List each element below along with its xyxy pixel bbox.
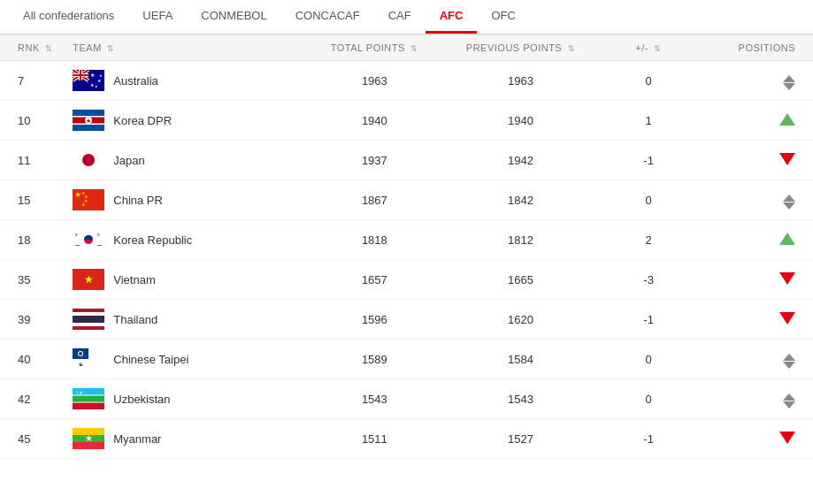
cell-team: ☯ Chinese Taipei <box>64 340 301 379</box>
cell-prev-points: 1942 <box>448 141 594 180</box>
cell-position <box>703 220 813 260</box>
cell-diff: -1 <box>594 419 703 459</box>
conf-tab-ofc[interactable]: OFC <box>477 0 529 34</box>
flag-mya: ★ <box>73 428 104 449</box>
cell-prev-points: 1665 <box>448 260 594 300</box>
position-down-icon <box>779 431 795 444</box>
cell-rnk: 42 <box>0 379 64 419</box>
cell-rnk: 39 <box>0 300 64 340</box>
team-name: Chinese Taipei <box>113 353 188 366</box>
cell-total-points: 1596 <box>302 300 448 340</box>
svg-text:★: ★ <box>90 73 95 78</box>
svg-rect-39 <box>73 312 104 316</box>
cell-rnk: 11 <box>0 141 64 180</box>
cell-total-points: 1937 <box>302 141 448 180</box>
cell-prev-points: 1584 <box>448 340 594 379</box>
col-header-prev-points[interactable]: PREVIOUS POINTS ⇅ <box>448 35 594 61</box>
cell-position <box>703 340 813 379</box>
table-row: 15 ★ ★ ★ ★ ★ China PR 1867 1842 0 <box>0 180 813 220</box>
position-up-icon <box>779 233 795 245</box>
table-row: 39 Thailand 1596 1620 -1 <box>0 300 813 340</box>
svg-text:★: ★ <box>99 73 103 78</box>
cell-total-points: 1511 <box>302 419 448 459</box>
conf-tab-all[interactable]: All confederations <box>9 0 128 34</box>
cell-diff: -3 <box>594 260 703 300</box>
flag-kpd: ★ <box>73 110 104 131</box>
position-neutral-icon <box>783 75 795 90</box>
svg-point-23 <box>82 154 95 166</box>
cell-total-points: 1867 <box>302 180 448 220</box>
cell-prev-points: 1620 <box>448 300 594 340</box>
cell-diff: 1 <box>594 101 703 141</box>
table-row: 11 Japan 1937 1942 -1 <box>0 141 813 180</box>
table-row: 35 ★ Vietnam 1657 1665 -3 <box>0 260 813 300</box>
position-up-icon <box>779 113 795 126</box>
col-header-rnk[interactable]: RNK ⇅ <box>0 35 64 61</box>
rankings-table: RNK ⇅ TEAM ⇅ TOTAL POINTS ⇅ PREVIOUS POI… <box>0 34 813 459</box>
cell-total-points: 1940 <box>302 101 448 141</box>
conf-tab-caf[interactable]: CAF <box>374 0 426 34</box>
table-body: 7 ★ ★ ★ ★ ★ Australia <box>0 61 813 459</box>
svg-text:≡: ≡ <box>97 232 100 237</box>
diff-sort-icon: ⇅ <box>654 44 662 53</box>
cell-prev-points: 1543 <box>448 379 594 419</box>
team-name: Uzbekistan <box>113 393 170 406</box>
position-neutral-icon <box>783 393 795 409</box>
cell-team: ★ Vietnam <box>64 260 301 300</box>
svg-text:★: ★ <box>95 84 98 88</box>
cell-team: ★ Korea DPR <box>64 101 301 141</box>
svg-text:★: ★ <box>85 433 93 443</box>
cell-position <box>703 300 813 340</box>
cell-prev-points: 1842 <box>448 180 594 220</box>
rnk-sort-icon: ⇅ <box>45 44 53 53</box>
col-header-total-points[interactable]: TOTAL POINTS ⇅ <box>302 35 448 61</box>
flag-vnm: ★ <box>73 269 104 290</box>
table-row: 45 ★ Myanmar 1511 1527 -1 <box>0 419 813 459</box>
total-points-sort-icon: ⇅ <box>410 44 418 53</box>
cell-prev-points: 1940 <box>448 101 594 141</box>
conf-tab-concacaf[interactable]: CONCACAF <box>281 0 374 34</box>
cell-rnk: 7 <box>0 61 64 101</box>
conf-tab-uefa[interactable]: UEFA <box>128 0 187 34</box>
position-neutral-icon <box>783 195 795 210</box>
cell-rnk: 18 <box>0 220 64 260</box>
svg-text:≡: ≡ <box>75 232 78 237</box>
team-name: Japan <box>113 154 144 167</box>
svg-text:☯: ☯ <box>79 362 83 367</box>
cell-rnk: 40 <box>0 340 64 379</box>
team-name: Korea DPR <box>113 114 172 127</box>
cell-diff: 0 <box>594 379 703 419</box>
flag-uzb: ☽ ★ <box>73 388 104 409</box>
cell-position <box>703 180 813 220</box>
svg-rect-41 <box>73 323 104 326</box>
team-name: Korea Republic <box>113 233 192 247</box>
cell-team: ≡ ≡ — — Korea Republic <box>64 220 301 260</box>
table-row: 42 ☽ ★ Uzbekistan 1543 1543 0 <box>0 379 813 419</box>
cell-diff: 0 <box>594 340 703 379</box>
svg-rect-9 <box>73 74 88 76</box>
position-neutral-icon <box>783 354 795 369</box>
cell-total-points: 1657 <box>302 260 448 300</box>
conf-tab-conmebol[interactable]: CONMEBOL <box>187 0 280 34</box>
cell-total-points: 1589 <box>302 340 448 379</box>
table-row: 40 ☯ Chinese Taipei 1589 1584 0 <box>0 340 813 379</box>
flag-jpn <box>73 149 104 171</box>
table-row: 18 ≡ ≡ — — Korea Republic 1818 1812 2 <box>0 220 813 260</box>
conf-tab-afc[interactable]: AFC <box>426 0 478 34</box>
cell-position <box>703 419 813 459</box>
flag-tpe: ☯ <box>73 348 104 370</box>
svg-rect-51 <box>73 402 104 403</box>
team-name: Thailand <box>113 313 157 326</box>
position-down-icon <box>779 312 795 325</box>
col-header-diff[interactable]: +/- ⇅ <box>594 35 703 61</box>
table-row: 7 ★ ★ ★ ★ ★ Australia <box>0 61 813 101</box>
cell-team: ★ ★ ★ ★ ★ Australia <box>64 61 301 101</box>
cell-position <box>703 101 813 141</box>
svg-text:★: ★ <box>86 118 91 124</box>
cell-diff: 0 <box>594 180 703 220</box>
svg-rect-40 <box>73 316 104 323</box>
confederation-tabs: All confederationsUEFACONMEBOLCONCACAFCA… <box>0 0 813 34</box>
cell-prev-points: 1812 <box>448 220 594 260</box>
table-row: 10 ★ Korea DPR 1940 1940 1 <box>0 101 813 141</box>
col-header-team[interactable]: TEAM ⇅ <box>64 35 301 61</box>
